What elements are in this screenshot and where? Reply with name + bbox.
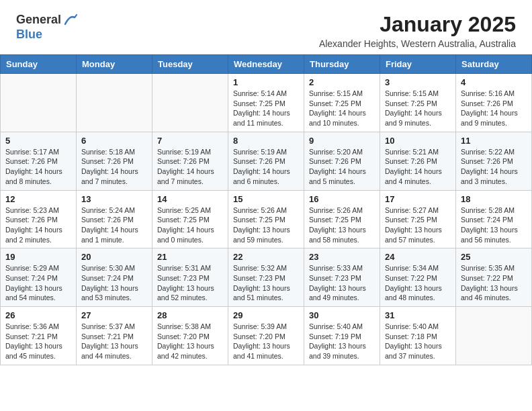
day-number: 22: [233, 252, 299, 262]
table-row: 30Sunrise: 5:40 AMSunset: 7:19 PMDayligh…: [304, 307, 380, 365]
day-number: 29: [233, 310, 299, 320]
day-detail: Sunrise: 5:30 AMSunset: 7:24 PMDaylight:…: [81, 263, 147, 303]
table-row: [1, 74, 77, 132]
day-detail: Sunrise: 5:23 AMSunset: 7:26 PMDaylight:…: [5, 205, 71, 245]
day-detail: Sunrise: 5:36 AMSunset: 7:21 PMDaylight:…: [5, 322, 71, 361]
day-number: 13: [81, 194, 147, 204]
day-number: 5: [5, 136, 71, 146]
day-number: 25: [461, 252, 527, 262]
table-row: 12Sunrise: 5:23 AMSunset: 7:26 PMDayligh…: [1, 190, 77, 248]
day-number: 9: [309, 136, 375, 146]
day-detail: Sunrise: 5:28 AMSunset: 7:24 PMDaylight:…: [461, 205, 527, 245]
table-row: 1Sunrise: 5:14 AMSunset: 7:25 PMDaylight…: [228, 74, 304, 132]
location: Alexander Heights, Western Australia, Au…: [319, 38, 516, 49]
day-number: 1: [233, 77, 299, 87]
day-number: 3: [385, 77, 451, 87]
day-detail: Sunrise: 5:19 AMSunset: 7:26 PMDaylight:…: [233, 147, 299, 187]
table-row: [456, 307, 532, 365]
day-number: 23: [309, 252, 375, 262]
table-row: 27Sunrise: 5:37 AMSunset: 7:21 PMDayligh…: [77, 307, 152, 365]
day-number: 31: [385, 310, 451, 320]
col-wednesday: Wednesday: [228, 55, 304, 74]
day-number: 11: [461, 136, 527, 146]
day-number: 27: [81, 310, 147, 320]
calendar-week-row: 19Sunrise: 5:29 AMSunset: 7:24 PMDayligh…: [1, 248, 532, 307]
day-detail: Sunrise: 5:16 AMSunset: 7:26 PMDaylight:…: [461, 89, 527, 128]
logo-general: General: [16, 13, 61, 27]
table-row: 17Sunrise: 5:27 AMSunset: 7:25 PMDayligh…: [380, 190, 456, 248]
day-number: 28: [157, 310, 223, 320]
day-detail: Sunrise: 5:15 AMSunset: 7:25 PMDaylight:…: [385, 89, 451, 128]
table-row: 2Sunrise: 5:15 AMSunset: 7:25 PMDaylight…: [304, 74, 380, 132]
day-number: 18: [461, 194, 527, 204]
day-number: 15: [233, 194, 299, 204]
calendar-week-row: 1Sunrise: 5:14 AMSunset: 7:25 PMDaylight…: [1, 74, 532, 132]
table-row: 10Sunrise: 5:21 AMSunset: 7:26 PMDayligh…: [380, 132, 456, 190]
table-row: 6Sunrise: 5:18 AMSunset: 7:26 PMDaylight…: [77, 132, 152, 190]
day-detail: Sunrise: 5:21 AMSunset: 7:26 PMDaylight:…: [385, 147, 451, 187]
day-number: 26: [5, 310, 71, 320]
table-row: 19Sunrise: 5:29 AMSunset: 7:24 PMDayligh…: [1, 248, 77, 307]
day-detail: Sunrise: 5:18 AMSunset: 7:26 PMDaylight:…: [81, 147, 147, 187]
table-row: 23Sunrise: 5:33 AMSunset: 7:23 PMDayligh…: [304, 248, 380, 307]
day-detail: Sunrise: 5:26 AMSunset: 7:25 PMDaylight:…: [233, 205, 299, 245]
day-number: 20: [81, 252, 147, 262]
calendar-table: Sunday Monday Tuesday Wednesday Thursday…: [0, 54, 532, 365]
table-row: 8Sunrise: 5:19 AMSunset: 7:26 PMDaylight…: [228, 132, 304, 190]
col-tuesday: Tuesday: [152, 55, 228, 74]
col-sunday: Sunday: [1, 55, 77, 74]
table-row: 15Sunrise: 5:26 AMSunset: 7:25 PMDayligh…: [228, 190, 304, 248]
table-row: 13Sunrise: 5:24 AMSunset: 7:26 PMDayligh…: [77, 190, 152, 248]
day-number: 7: [157, 136, 223, 146]
col-saturday: Saturday: [456, 55, 532, 74]
day-number: 30: [309, 310, 375, 320]
table-row: [77, 74, 152, 132]
calendar-wrapper: Sunday Monday Tuesday Wednesday Thursday…: [0, 54, 532, 372]
table-row: 18Sunrise: 5:28 AMSunset: 7:24 PMDayligh…: [456, 190, 532, 248]
day-detail: Sunrise: 5:40 AMSunset: 7:19 PMDaylight:…: [309, 322, 375, 361]
day-detail: Sunrise: 5:29 AMSunset: 7:24 PMDaylight:…: [5, 263, 71, 303]
table-row: 28Sunrise: 5:38 AMSunset: 7:20 PMDayligh…: [152, 307, 228, 365]
calendar-week-row: 12Sunrise: 5:23 AMSunset: 7:26 PMDayligh…: [1, 190, 532, 248]
col-monday: Monday: [77, 55, 152, 74]
day-number: 19: [5, 252, 71, 262]
day-number: 16: [309, 194, 375, 204]
day-detail: Sunrise: 5:19 AMSunset: 7:26 PMDaylight:…: [157, 147, 223, 187]
table-row: 3Sunrise: 5:15 AMSunset: 7:25 PMDaylight…: [380, 74, 456, 132]
table-row: 20Sunrise: 5:30 AMSunset: 7:24 PMDayligh…: [77, 248, 152, 307]
day-detail: Sunrise: 5:32 AMSunset: 7:23 PMDaylight:…: [233, 263, 299, 303]
calendar-week-row: 5Sunrise: 5:17 AMSunset: 7:26 PMDaylight…: [1, 132, 532, 190]
day-detail: Sunrise: 5:31 AMSunset: 7:23 PMDaylight:…: [157, 263, 223, 303]
table-row: 11Sunrise: 5:22 AMSunset: 7:26 PMDayligh…: [456, 132, 532, 190]
table-row: 26Sunrise: 5:36 AMSunset: 7:21 PMDayligh…: [1, 307, 77, 365]
day-number: 24: [385, 252, 451, 262]
day-number: 8: [233, 136, 299, 146]
table-row: 31Sunrise: 5:40 AMSunset: 7:18 PMDayligh…: [380, 307, 456, 365]
logo: General Blue: [16, 12, 77, 42]
day-number: 17: [385, 194, 451, 204]
day-detail: Sunrise: 5:40 AMSunset: 7:18 PMDaylight:…: [385, 322, 451, 361]
day-detail: Sunrise: 5:20 AMSunset: 7:26 PMDaylight:…: [309, 147, 375, 187]
table-row: 4Sunrise: 5:16 AMSunset: 7:26 PMDaylight…: [456, 74, 532, 132]
day-number: 12: [5, 194, 71, 204]
day-detail: Sunrise: 5:38 AMSunset: 7:20 PMDaylight:…: [157, 322, 223, 361]
day-detail: Sunrise: 5:15 AMSunset: 7:25 PMDaylight:…: [309, 89, 375, 128]
calendar-week-row: 26Sunrise: 5:36 AMSunset: 7:21 PMDayligh…: [1, 307, 532, 365]
day-detail: Sunrise: 5:14 AMSunset: 7:25 PMDaylight:…: [233, 89, 299, 128]
table-row: 22Sunrise: 5:32 AMSunset: 7:23 PMDayligh…: [228, 248, 304, 307]
day-detail: Sunrise: 5:34 AMSunset: 7:22 PMDaylight:…: [385, 263, 451, 303]
day-number: 2: [309, 77, 375, 87]
table-row: 29Sunrise: 5:39 AMSunset: 7:20 PMDayligh…: [228, 307, 304, 365]
title-block: January 2025 Alexander Heights, Western …: [319, 12, 516, 49]
day-number: 4: [461, 77, 527, 87]
day-detail: Sunrise: 5:27 AMSunset: 7:25 PMDaylight:…: [385, 205, 451, 245]
day-detail: Sunrise: 5:35 AMSunset: 7:22 PMDaylight:…: [461, 263, 527, 303]
table-row: 25Sunrise: 5:35 AMSunset: 7:22 PMDayligh…: [456, 248, 532, 307]
logo-blue: Blue: [16, 28, 42, 41]
day-detail: Sunrise: 5:24 AMSunset: 7:26 PMDaylight:…: [81, 205, 147, 245]
col-friday: Friday: [380, 55, 456, 74]
day-detail: Sunrise: 5:37 AMSunset: 7:21 PMDaylight:…: [81, 322, 147, 361]
table-row: 9Sunrise: 5:20 AMSunset: 7:26 PMDaylight…: [304, 132, 380, 190]
day-detail: Sunrise: 5:22 AMSunset: 7:26 PMDaylight:…: [461, 147, 527, 187]
day-detail: Sunrise: 5:17 AMSunset: 7:26 PMDaylight:…: [5, 147, 71, 187]
